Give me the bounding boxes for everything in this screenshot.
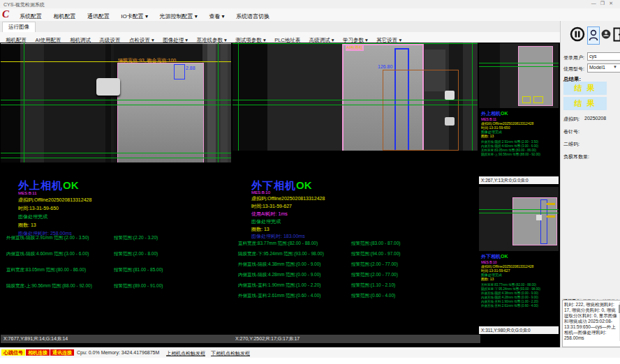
machine-block bbox=[221, 43, 228, 162]
turns-line: 圈数: 13 bbox=[251, 226, 270, 233]
guide-line-green-vertical bbox=[24, 43, 24, 162]
camera-image-lower[interactable]: AI检测框 126.80 bbox=[232, 43, 478, 151]
guide-line-green-vertical bbox=[472, 43, 473, 151]
guide-line-green bbox=[1, 158, 231, 158]
machine-block bbox=[267, 43, 344, 151]
thumbnail-overlay-text: 外下相机OK MES:B:10 虚拟码:Offline2025020813312… bbox=[481, 253, 556, 308]
guide-line-green-vertical bbox=[218, 43, 219, 162]
guide-line-green bbox=[479, 213, 559, 213]
upper-camera-trigger-link[interactable]: 上相机点检触发框 bbox=[166, 350, 205, 357]
pixel-info-bar: X:311,Y:980;R:0;G:0;B:0 bbox=[479, 326, 559, 334]
camera-panel-upper[interactable]: 隔膜宽值:93, 吻合宽值:100 2.88 外上相机OK MES:B:11 虚… bbox=[1, 43, 231, 343]
alarm-range: 报警范围:(2.20 - 3.20) bbox=[114, 235, 158, 241]
machine-block bbox=[207, 43, 216, 162]
barcode-line: 虚拟码:Offline2025020813312428 bbox=[18, 197, 91, 204]
elapsed-line: 图像处理耗时: 183.00ms bbox=[251, 233, 305, 240]
guide-line-green bbox=[1, 105, 231, 105]
pixel-info-bar: X:270,Y:2502;R:17;G:17;B:17 bbox=[232, 335, 480, 343]
guide-line-green bbox=[479, 63, 559, 63]
thumbnail-image bbox=[479, 187, 559, 251]
model-label: 使用型号: bbox=[563, 66, 584, 73]
maximize-icon[interactable]: ❐ bbox=[600, 1, 609, 6]
time-line: 时间:13-31-59-627 bbox=[251, 203, 292, 210]
machine-block bbox=[479, 43, 500, 108]
app-window: CYS-视觉检测系统 —❐✕ C 系统配置 相机配置 通讯配置 IO卡配置 ▾ … bbox=[0, 0, 620, 364]
machine-block bbox=[105, 43, 111, 162]
measure-row: 内侧直线-隔膜:4.28mm 范围:(0.00 - 9.00) bbox=[238, 272, 320, 278]
ai-elapsed-line: 使用AI耗时: 1ms bbox=[251, 211, 288, 218]
measure-row: 隔膜宽度-下:95.24mm 范围:(93.00 - 98.00) bbox=[238, 251, 324, 257]
guide-line-green bbox=[479, 209, 559, 210]
width-overlay-label: 隔膜宽值:93, 吻合宽值:100 bbox=[118, 57, 176, 64]
exit-button[interactable] bbox=[613, 27, 620, 45]
roller bbox=[96, 78, 120, 96]
status-bar: 心跳信号 相机连接 通讯连接 Cpu: 0.0% Memory: 3424.41… bbox=[0, 347, 620, 358]
negative-tab-count-label: 负极耳数量: bbox=[563, 153, 589, 160]
mes-status-line: MES:B:11 bbox=[18, 191, 37, 195]
menu-bar: C 系统配置 相机配置 通讯配置 IO卡配置 ▾ 光源控制配置 ▾ 查看 ▾ 系… bbox=[0, 8, 620, 21]
log-text: 耗时: 222, 瑕疵检测耗时: 17, 瑕疵分类耗时: 0, 瑕疵提取分区耗时… bbox=[564, 302, 617, 340]
roi-value-label: 2.88 bbox=[186, 66, 195, 70]
guide-line-green bbox=[232, 105, 478, 105]
alarm-range: 报警范围:(0.60 - 4.00) bbox=[351, 293, 395, 299]
measure-row: 外侧直线-直料:2.61mm 范围:(0.60 - 4.00) bbox=[238, 293, 320, 299]
minimize-icon[interactable]: — bbox=[591, 1, 600, 6]
thumbnail-image bbox=[479, 43, 559, 108]
measure-row: 隔膜宽度-上:90.56mm 范围:(88.00 - 92.00) bbox=[481, 153, 556, 157]
alarm-range: 报警范围:(81.00 - 85.00) bbox=[114, 267, 163, 273]
measure-row: 内侧直线-直料:1.90mm 范围:(1.00 - 2.20) bbox=[238, 282, 320, 289]
login-user-button[interactable] bbox=[587, 26, 600, 45]
camera-name-label: 外下相机 bbox=[481, 254, 501, 259]
process-done-line: 图像处理完成 bbox=[18, 213, 47, 220]
virtual-code-value: 20250208 bbox=[584, 116, 606, 121]
lower-camera-trigger-link[interactable]: 下相机点检触发框 bbox=[211, 350, 250, 357]
machine-block bbox=[44, 43, 114, 162]
camera-name-label: 外上相机 bbox=[481, 111, 501, 116]
thumbnail-upper-camera[interactable]: 外上相机OK MES:B:11 虚拟码:Offline2025020813312… bbox=[479, 43, 559, 184]
measure-row: 内侧直线-隔膜:4.60mm 范围:(3.00 - 6.00) bbox=[6, 251, 89, 257]
guide-line-green bbox=[479, 66, 559, 67]
toolbar: 相机配置 AI使用配置 相机调试 高级设置 点检设置 ▾ 图像处理 ▾ 基准线参… bbox=[0, 32, 560, 43]
log-output[interactable]: 耗时: 222, 瑕疵检测耗时: 17, 瑕疵分类耗时: 0, 瑕疵提取分区耗时… bbox=[562, 300, 620, 347]
result-ok-label: OK bbox=[63, 179, 79, 191]
turns-line: 圈数: 13 bbox=[18, 222, 36, 229]
camera-panel-lower[interactable]: AI检测框 126.80 外下相机OK MES:B:10 虚拟码:Offline… bbox=[232, 43, 478, 343]
right-sidebar: 登录用户: cys 使用型号: Model1 ▼ 总结果: 结 果 结 果 虚拟… bbox=[560, 21, 620, 347]
ai-detect-label: AI检测框 bbox=[346, 45, 364, 51]
alarm-range: 报警范围:(2.00 - 77.00) bbox=[351, 261, 398, 268]
heartbeat-badge: 心跳信号 bbox=[1, 349, 25, 356]
close-icon[interactable]: ✕ bbox=[609, 1, 617, 6]
process-done-line: 图像处理完成 bbox=[251, 218, 281, 225]
barcode-line: 虚拟码:Offline2025020813312428 bbox=[251, 195, 325, 202]
result-ok-label: OK bbox=[296, 179, 312, 191]
mini-roi-yellow bbox=[522, 96, 531, 103]
weld-spot bbox=[445, 91, 455, 100]
login-user-label: 登录用户: bbox=[563, 54, 584, 61]
pause-button[interactable] bbox=[570, 26, 585, 45]
alarm-range: 报警范围:(83.00 - 87.00) bbox=[351, 241, 400, 247]
roi-box-blue bbox=[540, 199, 547, 244]
mini-label-yellow bbox=[547, 215, 555, 218]
measure-row: 隔膜宽度-上:90.56mm 范围:(88.00 - 92.00) bbox=[6, 283, 92, 289]
guide-line-green bbox=[1, 100, 231, 100]
guide-line-yellow bbox=[1, 61, 231, 62]
pixel-info-bar: X:267,Y:13;R:0;G:0;B:0 bbox=[479, 176, 559, 184]
time-line: 时间:13-31-59-650 bbox=[18, 205, 59, 212]
measure-row: 外侧直线-隔膜:4.38mm 范围:(0.00 - 9.00) bbox=[238, 261, 320, 268]
chevron-down-icon[interactable]: ▼ bbox=[613, 65, 617, 69]
roi-box-orange bbox=[383, 70, 459, 151]
user-manager-button[interactable] bbox=[601, 29, 611, 44]
machine-block bbox=[1, 43, 20, 162]
login-user-field[interactable]: cys bbox=[587, 52, 620, 61]
pixel-info-bar: X:7677,Y:891;R:14;G:14;B:14 bbox=[1, 335, 234, 343]
thumbnail-overlay-text: 外上相机OK MES:B:11 虚拟码:Offline2025020813312… bbox=[481, 110, 556, 157]
camera-image-upper[interactable]: 隔膜宽值:93, 吻合宽值:100 2.88 bbox=[1, 43, 231, 162]
result-ok-label: OK bbox=[501, 111, 508, 116]
alarm-range: 报警范围:(1.10 - 2.10) bbox=[351, 282, 395, 289]
thumbnail-lower-camera[interactable]: 外下相机OK MES:B:10 虚拟码:Offline2025020813312… bbox=[479, 187, 559, 334]
result-box-lower: 结 果 bbox=[563, 97, 607, 110]
mini-label-yellow bbox=[547, 203, 555, 205]
alarm-range: 报警范围:(94.00 - 97.00) bbox=[351, 251, 400, 257]
measure-row: 外侧直线-隔膜:2.91mm 范围:(2.00 - 3.50) bbox=[6, 235, 89, 241]
tab-row: 运行图像 bbox=[0, 21, 620, 33]
